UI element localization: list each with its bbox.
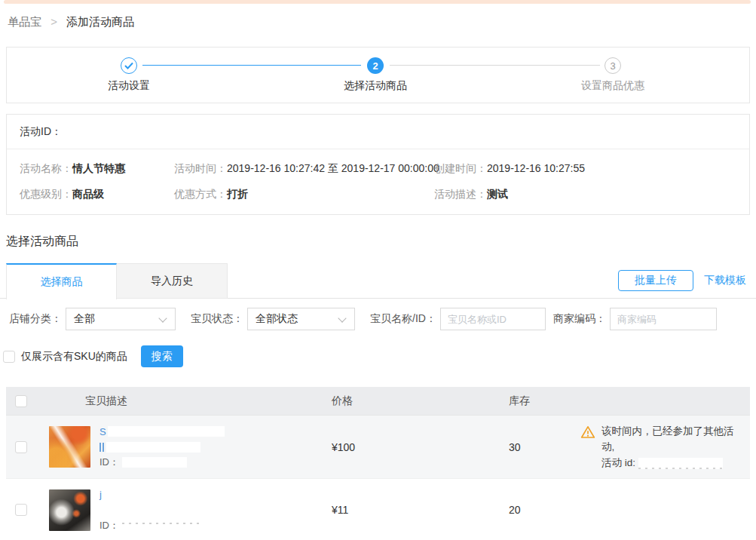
item-name-label: 宝贝名称/ID： [370, 312, 436, 326]
step-select-goods: 2 选择活动商品 [323, 57, 428, 93]
item-name-input[interactable] [440, 308, 546, 330]
activity-info-panel: 活动ID： 活动名称：情人节特惠 活动时间：2019-12-16 10:27:4… [6, 114, 750, 215]
table-header: 宝贝描述 价格 库存 [6, 387, 750, 415]
activity-fields: 活动名称：情人节特惠 活动时间：2019-12-16 10:27:42 至 20… [7, 149, 749, 214]
step-done-check-icon [121, 57, 137, 74]
activity-id-label: 活动ID： [7, 115, 749, 149]
field-create-time: 创建时间：2019-12-16 10:27:55 [434, 162, 736, 176]
item-status-label: 宝贝状态： [191, 312, 243, 326]
conflict-warning: 该时间内，已经参加了其他活动, 活动 id: [580, 423, 744, 471]
select-all-checkbox[interactable] [15, 395, 27, 407]
tab-import-history[interactable]: 导入历史 [117, 263, 228, 299]
tab-bar: 选择商品 导入历史 批量上传 下载模板 [0, 263, 756, 299]
field-activity-name: 活动名称：情人节特惠 [20, 162, 174, 176]
item-status-value: 全部状态 [256, 312, 298, 326]
redaction-bar [106, 442, 200, 453]
field-activity-time: 活动时间：2019-12-16 10:27:42 至 2019-12-17 00… [174, 162, 434, 176]
tabs: 选择商品 导入历史 [6, 263, 228, 299]
product-title-link[interactable]: S [99, 426, 106, 437]
field-discount-method: 优惠方式：打折 [174, 188, 434, 201]
filter-row: 店铺分类： 全部 宝贝状态： 全部状态 宝贝名称/ID： 商家编码： [9, 308, 756, 330]
product-image [49, 426, 90, 468]
page-section-title: 选择活动商品 [6, 234, 756, 250]
shop-category-value: 全部 [74, 312, 95, 326]
shop-category-select[interactable]: 全部 [66, 308, 176, 330]
bulk-upload-button[interactable]: 批量上传 [618, 270, 693, 291]
merchant-code-input[interactable] [610, 308, 717, 330]
product-id-label: ID： [99, 519, 119, 532]
tab-select-goods[interactable]: 选择商品 [6, 263, 117, 299]
warning-line1: 该时间内，已经参加了其他活动, [601, 423, 744, 455]
download-template-link[interactable]: 下载模板 [704, 274, 746, 287]
sku-filter-row: 仅展示含有SKU的商品 搜索 [3, 345, 756, 367]
product-stock: 20 [509, 504, 521, 516]
row-checkbox[interactable] [15, 504, 27, 516]
step-3-badge: 3 [604, 57, 621, 74]
chevron-down-icon [158, 314, 167, 322]
product-price: ¥100 [332, 441, 355, 453]
field-discount-level: 优惠级别：商品级 [20, 188, 174, 201]
stepper: 活动设置 2 选择活动商品 3 设置商品优惠 [6, 47, 750, 103]
header-price: 价格 [290, 394, 469, 408]
item-status-select[interactable]: 全部状态 [247, 308, 355, 330]
step-label: 选择活动商品 [323, 79, 428, 93]
warning-triangle-icon [580, 425, 595, 439]
redaction-bar [638, 458, 723, 469]
merchant-code-label: 商家编码： [553, 312, 606, 326]
search-button[interactable]: 搜索 [141, 345, 183, 367]
table-row: S ID： ¥100 30 [6, 415, 750, 478]
step-label: 活动设置 [76, 79, 182, 93]
product-title-link[interactable]: j [99, 489, 102, 500]
chevron-down-icon [338, 314, 346, 322]
header-desc: 宝贝描述 [49, 394, 290, 408]
notification-banner-edge [4, 0, 751, 4]
products-table: 宝贝描述 价格 库存 S ID： [6, 387, 750, 540]
redacted-title-fragment [99, 443, 105, 452]
product-title-block: S ID： [99, 426, 225, 468]
row-checkbox[interactable] [15, 441, 27, 453]
breadcrumb: 单品宝 > 添加活动商品 [8, 15, 756, 29]
header-stock: 库存 [469, 394, 580, 408]
product-price: ¥11 [332, 504, 348, 516]
breadcrumb-parent[interactable]: 单品宝 [8, 15, 41, 28]
page: 单品宝 > 添加活动商品 活动设置 2 选择活动商品 3 设置商品优惠 活动ID… [0, 0, 756, 540]
redaction-bar [122, 457, 187, 468]
breadcrumb-separator-icon: > [51, 15, 57, 28]
warning-line2: 活动 id: [601, 455, 744, 471]
tab-actions: 批量上传 下载模板 [618, 270, 746, 291]
product-image [49, 489, 90, 531]
field-activity-desc: 活动描述：测试 [434, 188, 736, 201]
sku-only-checkbox[interactable] [3, 351, 15, 363]
step-label: 设置商品优惠 [560, 79, 666, 93]
product-stock: 30 [509, 441, 521, 453]
shop-category-label: 店铺分类： [9, 312, 62, 326]
breadcrumb-current: 添加活动商品 [66, 15, 134, 28]
table-row: j ID： ¥11 20 [6, 478, 750, 540]
product-id-label: ID： [99, 456, 119, 469]
sku-only-label: 仅展示含有SKU的商品 [21, 350, 127, 364]
step-activity-settings: 活动设置 [76, 57, 182, 93]
redaction-bar [108, 426, 225, 437]
step-2-badge: 2 [367, 57, 384, 74]
step-set-discount: 3 设置商品优惠 [560, 57, 666, 93]
redaction-bar [122, 520, 201, 530]
product-title-block: j ID： [99, 489, 201, 531]
